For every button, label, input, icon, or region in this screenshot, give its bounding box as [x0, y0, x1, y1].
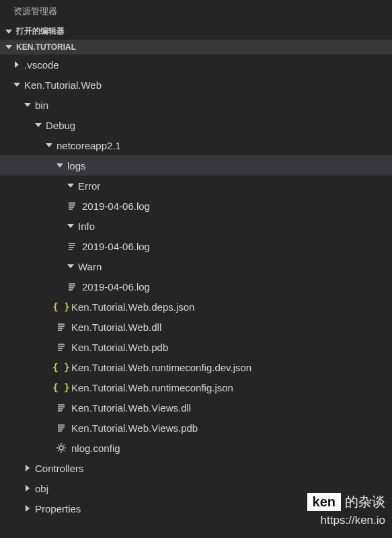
- file-icon: [55, 341, 67, 353]
- file-warn-log[interactable]: 2019-04-06.log: [0, 276, 392, 297]
- file-label: Ken.Tutorial.Web.deps.json: [71, 301, 194, 313]
- file-label: 2019-04-06.log: [82, 241, 150, 252]
- watermark-brand: ken: [307, 493, 341, 511]
- folder-label: obj: [35, 483, 48, 494]
- folder-label: .vscode: [24, 59, 59, 71]
- file-label: Ken.Tutorial.Web.runtimeconfig.dev.json: [71, 362, 251, 373]
- json-icon: { }: [55, 361, 67, 373]
- file-dll[interactable]: Ken.Tutorial.Web.dll: [0, 317, 392, 337]
- file-views-pdb[interactable]: Ken.Tutorial.Web.Views.pdb: [0, 418, 392, 438]
- file-icon: [66, 280, 78, 293]
- file-icon: [55, 321, 67, 333]
- folder-vscode[interactable]: .vscode: [0, 54, 392, 75]
- folder-debug[interactable]: Debug: [0, 115, 392, 135]
- project-section[interactable]: KEN.TUTORIAL: [0, 40, 392, 54]
- chevron-down-icon: [55, 161, 65, 170]
- json-icon: { }: [55, 381, 67, 393]
- folder-ken-tutorial-web[interactable]: Ken.Tutorial.Web: [0, 75, 392, 95]
- file-views-dll[interactable]: Ken.Tutorial.Web.Views.dll: [0, 397, 392, 418]
- chevron-down-icon: [34, 120, 43, 130]
- file-label: 2019-04-06.log: [82, 200, 150, 212]
- file-label: 2019-04-06.log: [82, 281, 150, 293]
- file-label: nlog.config: [71, 443, 120, 454]
- project-label: KEN.TUTORIAL: [16, 42, 76, 52]
- folder-label: Debug: [46, 120, 75, 131]
- open-editors-label: 打开的编辑器: [16, 26, 65, 37]
- file-info-log[interactable]: 2019-04-06.log: [0, 236, 392, 256]
- file-runtimeconfig-dev[interactable]: { } Ken.Tutorial.Web.runtimeconfig.dev.j…: [0, 357, 392, 377]
- chevron-right-icon: [23, 463, 32, 473]
- file-error-log[interactable]: 2019-04-06.log: [0, 196, 392, 216]
- folder-controllers[interactable]: Controllers: [0, 458, 392, 478]
- explorer-title: 资源管理器: [0, 0, 392, 23]
- folder-netcoreapp[interactable]: netcoreapp2.1: [0, 135, 392, 155]
- folder-label: Properties: [35, 503, 81, 514]
- folder-label: Ken.Tutorial.Web: [24, 79, 102, 91]
- chevron-down-icon: [44, 141, 54, 150]
- file-label: Ken.Tutorial.Web.dll: [71, 321, 161, 333]
- folder-bin[interactable]: bin: [0, 95, 392, 115]
- chevron-right-icon: [12, 60, 22, 69]
- folder-label: logs: [67, 160, 86, 171]
- folder-label: Controllers: [35, 463, 84, 474]
- file-runtimeconfig[interactable]: { } Ken.Tutorial.Web.runtimeconfig.json: [0, 377, 392, 397]
- folder-label: Error: [78, 180, 100, 192]
- chevron-down-icon: [23, 100, 32, 110]
- chevron-down-icon: [12, 80, 22, 89]
- chevron-down-icon: [66, 181, 75, 190]
- file-pdb[interactable]: Ken.Tutorial.Web.pdb: [0, 337, 392, 357]
- watermark: ken 的杂谈 https://ken.io: [307, 493, 385, 527]
- chevron-down-icon: [4, 42, 13, 52]
- folder-logs[interactable]: logs: [0, 155, 392, 176]
- file-icon: [55, 422, 67, 434]
- file-icon: [66, 200, 78, 212]
- chevron-down-icon: [66, 262, 75, 271]
- file-label: Ken.Tutorial.Web.pdb: [71, 342, 168, 353]
- open-editors-section[interactable]: 打开的编辑器: [0, 23, 392, 40]
- folder-label: bin: [35, 100, 48, 111]
- folder-label: Warn: [78, 261, 102, 272]
- file-label: Ken.Tutorial.Web.runtimeconfig.json: [71, 382, 233, 393]
- folder-info[interactable]: Info: [0, 216, 392, 236]
- folder-warn[interactable]: Warn: [0, 256, 392, 276]
- file-label: Ken.Tutorial.Web.Views.dll: [71, 402, 191, 414]
- file-nlog-config[interactable]: nlog.config: [0, 438, 392, 458]
- chevron-down-icon: [4, 27, 13, 36]
- file-icon: [66, 240, 78, 252]
- chevron-right-icon: [23, 504, 32, 513]
- file-tree: .vscode Ken.Tutorial.Web bin Debug netco…: [0, 54, 392, 525]
- file-icon: [55, 401, 67, 414]
- folder-label: netcoreapp2.1: [56, 140, 121, 151]
- gear-icon: [55, 442, 67, 454]
- chevron-down-icon: [66, 221, 75, 231]
- json-icon: { }: [55, 301, 67, 313]
- folder-error[interactable]: Error: [0, 176, 392, 196]
- folder-label: Info: [78, 221, 95, 232]
- file-deps-json[interactable]: { } Ken.Tutorial.Web.deps.json: [0, 297, 392, 317]
- watermark-suffix: 的杂谈: [345, 493, 385, 511]
- chevron-right-icon: [23, 484, 32, 493]
- watermark-url: https://ken.io: [307, 514, 385, 527]
- file-label: Ken.Tutorial.Web.Views.pdb: [71, 422, 198, 434]
